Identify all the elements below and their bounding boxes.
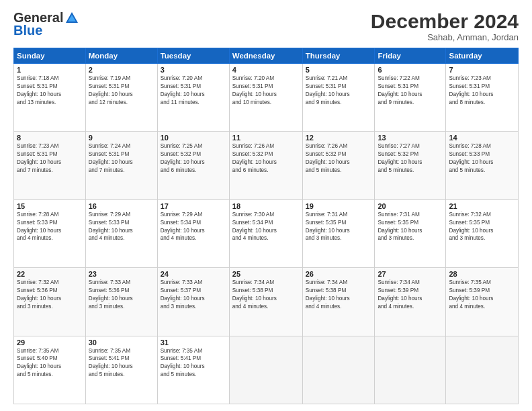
calendar-cell: 10Sunrise: 7:25 AM Sunset: 5:32 PM Dayli… xyxy=(157,132,229,199)
day-info: Sunrise: 7:28 AM Sunset: 5:33 PM Dayligh… xyxy=(17,211,83,243)
calendar-cell: 17Sunrise: 7:29 AM Sunset: 5:34 PM Dayli… xyxy=(157,199,229,267)
day-info: Sunrise: 7:27 AM Sunset: 5:32 PM Dayligh… xyxy=(378,142,443,175)
day-info: Sunrise: 7:34 AM Sunset: 5:38 PM Dayligh… xyxy=(232,279,300,311)
calendar-cell: 19Sunrise: 7:31 AM Sunset: 5:35 PM Dayli… xyxy=(302,199,375,267)
day-number: 30 xyxy=(89,338,154,347)
col-header-sunday: Sunday xyxy=(14,48,86,64)
day-number: 21 xyxy=(449,202,515,210)
day-info: Sunrise: 7:26 AM Sunset: 5:32 PM Dayligh… xyxy=(306,142,372,175)
day-number: 19 xyxy=(306,202,372,210)
calendar-cell: 22Sunrise: 7:32 AM Sunset: 5:36 PM Dayli… xyxy=(14,268,86,336)
calendar-cell: 20Sunrise: 7:31 AM Sunset: 5:35 PM Dayli… xyxy=(375,199,446,267)
day-number: 3 xyxy=(161,66,226,74)
calendar-cell xyxy=(446,336,519,404)
logo: General Blue xyxy=(13,10,79,38)
day-info: Sunrise: 7:21 AM Sunset: 5:31 PM Dayligh… xyxy=(306,75,372,107)
logo-blue: Blue xyxy=(13,23,42,38)
day-number: 12 xyxy=(306,134,372,142)
col-header-saturday: Saturday xyxy=(446,48,519,64)
day-info: Sunrise: 7:18 AM Sunset: 5:31 PM Dayligh… xyxy=(17,75,83,107)
page: General Blue December 2024 Sahab, Amman,… xyxy=(0,0,532,411)
day-info: Sunrise: 7:35 AM Sunset: 5:41 PM Dayligh… xyxy=(161,347,226,379)
day-number: 9 xyxy=(89,134,154,142)
calendar-cell: 8Sunrise: 7:23 AM Sunset: 5:31 PM Daylig… xyxy=(14,132,86,199)
day-number: 8 xyxy=(17,134,83,142)
day-info: Sunrise: 7:23 AM Sunset: 5:31 PM Dayligh… xyxy=(449,75,515,107)
day-info: Sunrise: 7:28 AM Sunset: 5:33 PM Dayligh… xyxy=(449,142,515,175)
day-number: 5 xyxy=(306,66,372,74)
calendar-cell: 7Sunrise: 7:23 AM Sunset: 5:31 PM Daylig… xyxy=(446,64,519,132)
calendar-cell: 6Sunrise: 7:22 AM Sunset: 5:31 PM Daylig… xyxy=(375,64,446,132)
day-info: Sunrise: 7:26 AM Sunset: 5:32 PM Dayligh… xyxy=(232,142,300,175)
day-number: 6 xyxy=(378,66,443,74)
calendar-cell: 3Sunrise: 7:20 AM Sunset: 5:31 PM Daylig… xyxy=(157,64,229,132)
header: General Blue December 2024 Sahab, Amman,… xyxy=(13,10,519,42)
day-number: 20 xyxy=(378,202,443,210)
day-info: Sunrise: 7:20 AM Sunset: 5:31 PM Dayligh… xyxy=(161,75,226,107)
day-number: 29 xyxy=(17,338,83,347)
day-info: Sunrise: 7:35 AM Sunset: 5:39 PM Dayligh… xyxy=(449,279,515,311)
day-info: Sunrise: 7:31 AM Sunset: 5:35 PM Dayligh… xyxy=(306,211,372,243)
calendar-cell: 16Sunrise: 7:29 AM Sunset: 5:33 PM Dayli… xyxy=(85,199,157,267)
day-info: Sunrise: 7:19 AM Sunset: 5:31 PM Dayligh… xyxy=(89,75,154,107)
logo-icon xyxy=(64,11,79,26)
day-info: Sunrise: 7:33 AM Sunset: 5:37 PM Dayligh… xyxy=(161,279,226,311)
day-info: Sunrise: 7:29 AM Sunset: 5:34 PM Dayligh… xyxy=(161,211,226,243)
calendar-cell: 5Sunrise: 7:21 AM Sunset: 5:31 PM Daylig… xyxy=(302,64,375,132)
day-info: Sunrise: 7:32 AM Sunset: 5:36 PM Dayligh… xyxy=(17,279,83,311)
day-info: Sunrise: 7:32 AM Sunset: 5:35 PM Dayligh… xyxy=(449,211,515,243)
col-header-thursday: Thursday xyxy=(302,48,375,64)
calendar-cell: 26Sunrise: 7:34 AM Sunset: 5:38 PM Dayli… xyxy=(302,268,375,336)
day-number: 13 xyxy=(378,134,443,142)
day-number: 22 xyxy=(17,270,83,278)
day-info: Sunrise: 7:35 AM Sunset: 5:40 PM Dayligh… xyxy=(17,347,83,379)
day-info: Sunrise: 7:29 AM Sunset: 5:33 PM Dayligh… xyxy=(89,211,154,243)
calendar-cell: 9Sunrise: 7:24 AM Sunset: 5:31 PM Daylig… xyxy=(85,132,157,199)
title-block: December 2024 Sahab, Amman, Jordan xyxy=(371,10,519,42)
day-number: 28 xyxy=(449,270,515,278)
day-number: 14 xyxy=(449,134,515,142)
col-header-friday: Friday xyxy=(375,48,446,64)
day-number: 2 xyxy=(89,66,154,74)
calendar-cell: 24Sunrise: 7:33 AM Sunset: 5:37 PM Dayli… xyxy=(157,268,229,336)
day-info: Sunrise: 7:34 AM Sunset: 5:38 PM Dayligh… xyxy=(306,279,372,311)
calendar-cell: 13Sunrise: 7:27 AM Sunset: 5:32 PM Dayli… xyxy=(375,132,446,199)
calendar-table: SundayMondayTuesdayWednesdayThursdayFrid… xyxy=(13,48,519,404)
day-number: 23 xyxy=(89,270,154,278)
day-number: 26 xyxy=(306,270,372,278)
day-info: Sunrise: 7:35 AM Sunset: 5:41 PM Dayligh… xyxy=(89,347,154,379)
day-number: 16 xyxy=(89,202,154,210)
location-subtitle: Sahab, Amman, Jordan xyxy=(371,32,519,42)
day-info: Sunrise: 7:22 AM Sunset: 5:31 PM Dayligh… xyxy=(378,75,443,107)
calendar-cell: 30Sunrise: 7:35 AM Sunset: 5:41 PM Dayli… xyxy=(85,336,157,404)
calendar-cell: 4Sunrise: 7:20 AM Sunset: 5:31 PM Daylig… xyxy=(229,64,302,132)
calendar-cell xyxy=(375,336,446,404)
day-number: 25 xyxy=(232,270,300,278)
col-header-tuesday: Tuesday xyxy=(157,48,229,64)
calendar-cell: 2Sunrise: 7:19 AM Sunset: 5:31 PM Daylig… xyxy=(85,64,157,132)
day-number: 15 xyxy=(17,202,83,210)
day-info: Sunrise: 7:23 AM Sunset: 5:31 PM Dayligh… xyxy=(17,142,83,175)
calendar-cell: 15Sunrise: 7:28 AM Sunset: 5:33 PM Dayli… xyxy=(14,199,86,267)
day-number: 27 xyxy=(378,270,443,278)
day-info: Sunrise: 7:20 AM Sunset: 5:31 PM Dayligh… xyxy=(232,75,300,107)
day-info: Sunrise: 7:24 AM Sunset: 5:31 PM Dayligh… xyxy=(89,142,154,175)
day-number: 31 xyxy=(161,338,226,347)
month-title: December 2024 xyxy=(371,10,519,32)
calendar-cell: 1Sunrise: 7:18 AM Sunset: 5:31 PM Daylig… xyxy=(14,64,86,132)
day-info: Sunrise: 7:34 AM Sunset: 5:39 PM Dayligh… xyxy=(378,279,443,311)
day-number: 24 xyxy=(161,270,226,278)
day-info: Sunrise: 7:31 AM Sunset: 5:35 PM Dayligh… xyxy=(378,211,443,243)
calendar-cell: 18Sunrise: 7:30 AM Sunset: 5:34 PM Dayli… xyxy=(229,199,302,267)
col-header-monday: Monday xyxy=(85,48,157,64)
day-info: Sunrise: 7:30 AM Sunset: 5:34 PM Dayligh… xyxy=(232,211,300,243)
calendar-cell: 14Sunrise: 7:28 AM Sunset: 5:33 PM Dayli… xyxy=(446,132,519,199)
calendar-cell: 27Sunrise: 7:34 AM Sunset: 5:39 PM Dayli… xyxy=(375,268,446,336)
calendar-cell: 31Sunrise: 7:35 AM Sunset: 5:41 PM Dayli… xyxy=(157,336,229,404)
calendar-cell: 29Sunrise: 7:35 AM Sunset: 5:40 PM Dayli… xyxy=(14,336,86,404)
calendar-cell: 28Sunrise: 7:35 AM Sunset: 5:39 PM Dayli… xyxy=(446,268,519,336)
day-number: 1 xyxy=(17,66,83,74)
day-number: 10 xyxy=(161,134,226,142)
calendar-cell: 25Sunrise: 7:34 AM Sunset: 5:38 PM Dayli… xyxy=(229,268,302,336)
calendar-cell xyxy=(302,336,375,404)
